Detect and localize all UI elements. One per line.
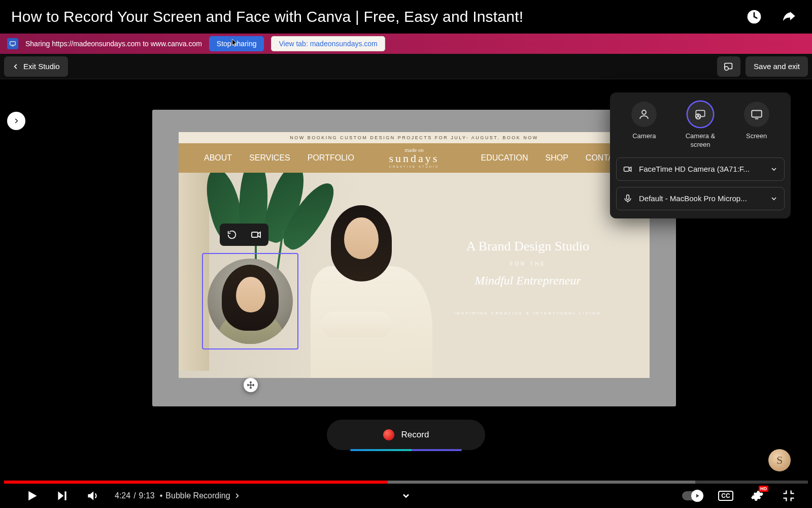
nav-link: ABOUT [204, 153, 232, 163]
camera-drag-handle[interactable] [244, 378, 258, 392]
exit-fullscreen-button[interactable] [781, 488, 797, 504]
autoplay-knob [691, 490, 703, 502]
view-tab-button[interactable]: View tab: madeonsundays.com [271, 36, 385, 51]
person-icon [638, 108, 650, 120]
logo-sub: CREATIVE STUDIO [389, 165, 439, 168]
save-and-exit-label: Save and exit [754, 62, 800, 71]
camera-bubble[interactable] [202, 253, 298, 350]
subtitles-button[interactable]: CC [718, 488, 734, 504]
mode-label: Camera & screen [675, 132, 726, 149]
camera-bubble-toolbar[interactable] [220, 224, 268, 246]
watch-later-button[interactable] [745, 8, 763, 26]
camera-screen-icon [723, 61, 734, 72]
video-icon[interactable] [250, 229, 262, 241]
sharing-text: Sharing https://madeonsundays.com to www… [25, 40, 202, 48]
svg-rect-13 [627, 195, 629, 199]
microphone-icon [623, 194, 633, 204]
video-icon [623, 164, 633, 174]
recording-settings-panel: Camera Camera & screen Screen FaceTime H… [610, 92, 791, 218]
logo-main: sundays [389, 153, 439, 164]
mode-screen[interactable]: Screen [731, 102, 782, 149]
svg-rect-5 [252, 232, 258, 237]
hero-line2: FOR THE [436, 261, 619, 267]
play-icon [24, 489, 39, 503]
svg-point-4 [725, 67, 728, 70]
autoplay-toggle[interactable] [682, 491, 702, 500]
chevron-right-icon[interactable] [233, 492, 241, 499]
chevron-down-icon [401, 491, 411, 501]
chapters-toggle[interactable] [399, 489, 413, 503]
volume-button[interactable] [84, 488, 100, 504]
site-logo: made on sundays CREATIVE STUDIO [389, 147, 439, 168]
clock-icon [746, 9, 762, 25]
exit-studio-label: Exit Studio [23, 62, 60, 71]
view-tab-label: View tab: madeonsundays.com [279, 40, 377, 48]
microphone-select[interactable]: Default - MacBook Pro Microp... [616, 187, 785, 210]
cc-icon: CC [718, 491, 733, 501]
video-title: How to Record Your Screen and Face with … [11, 8, 523, 25]
mode-label: Screen [746, 132, 767, 141]
site-nav: ABOUT SERVICES PORTFOLIO made on sundays… [179, 143, 650, 173]
record-progress-bar [350, 449, 462, 451]
chevron-down-icon [770, 195, 778, 203]
channel-avatar[interactable]: S [768, 449, 791, 471]
mode-camera[interactable]: Camera [619, 102, 669, 149]
chevron-left-icon [12, 63, 19, 70]
channel-initial: S [776, 454, 783, 467]
announcement-bar: NOW BOOKING CUSTOM DESIGN PROJECTS FOR J… [179, 132, 650, 143]
stop-sharing-button[interactable]: Stop sharing [209, 36, 264, 51]
svg-rect-2 [12, 46, 14, 46]
hero-person-illustration [290, 195, 443, 378]
chevron-down-icon [770, 165, 778, 173]
hd-badge: HD [759, 486, 768, 492]
settings-button[interactable]: HD [749, 488, 765, 504]
nav-link: PORTFOLIO [308, 153, 354, 163]
save-and-exit-button[interactable]: Save and exit [746, 56, 808, 77]
nav-link: SHOP [546, 153, 568, 163]
chapter-name[interactable]: Bubble Recording [165, 491, 230, 500]
next-button[interactable] [54, 488, 70, 504]
duration: 9:13 [139, 491, 155, 500]
record-label: Record [401, 430, 429, 440]
mode-camera-and-screen[interactable]: Camera & screen [675, 102, 726, 149]
hero-copy: A Brand Design Studio FOR THE Mindful En… [436, 239, 619, 315]
exit-studio-button[interactable]: Exit Studio [4, 56, 68, 77]
hero-tagline: INSPIRING CREATIVE & INTENTIONAL LIVING [436, 311, 619, 315]
record-dot-icon [383, 429, 394, 440]
volume-icon [86, 489, 99, 502]
current-time: 4:24 [115, 491, 130, 500]
nav-link: SERVICES [249, 153, 290, 163]
hero-line1: A Brand Design Studio [436, 239, 619, 254]
share-indicator-icon [7, 38, 18, 49]
play-button[interactable] [23, 488, 40, 504]
camera-and-screen-icon [694, 108, 707, 121]
svg-point-6 [642, 110, 646, 114]
microphone-select-value: Default - MacBook Pro Microp... [639, 194, 764, 203]
camera-select-value: FaceTime HD Camera (3A71:F... [639, 165, 764, 173]
svg-rect-1 [10, 42, 16, 45]
stop-sharing-label: Stop sharing [217, 40, 257, 48]
next-icon [55, 489, 69, 502]
play-small-icon [694, 493, 700, 499]
screen-icon [750, 108, 763, 121]
hero-line3: Mindful Entrepreneur [436, 274, 619, 288]
nav-link: EDUCATION [481, 153, 528, 163]
camera-feed [208, 259, 293, 344]
expand-sidebar-button[interactable] [7, 112, 25, 130]
svg-rect-12 [624, 167, 629, 171]
svg-rect-11 [752, 110, 762, 117]
chevron-right-icon [13, 117, 20, 124]
record-button[interactable]: Record [327, 420, 485, 450]
logo-script: made on [389, 147, 439, 153]
share-arrow-icon [780, 8, 797, 25]
time-separator: / [133, 491, 136, 500]
recording-mode-button[interactable] [717, 56, 740, 77]
camera-select[interactable]: FaceTime HD Camera (3A71:F... [616, 157, 785, 181]
rotate-icon[interactable] [226, 229, 238, 240]
chapter-bullet: • [160, 491, 163, 500]
time-display: 4:24 / 9:13 • Bubble Recording [115, 491, 241, 500]
exit-fullscreen-icon [782, 489, 796, 503]
screen-share-banner: Sharing https://madeonsundays.com to www… [0, 34, 812, 54]
move-icon [247, 381, 255, 389]
share-button[interactable] [780, 8, 798, 26]
